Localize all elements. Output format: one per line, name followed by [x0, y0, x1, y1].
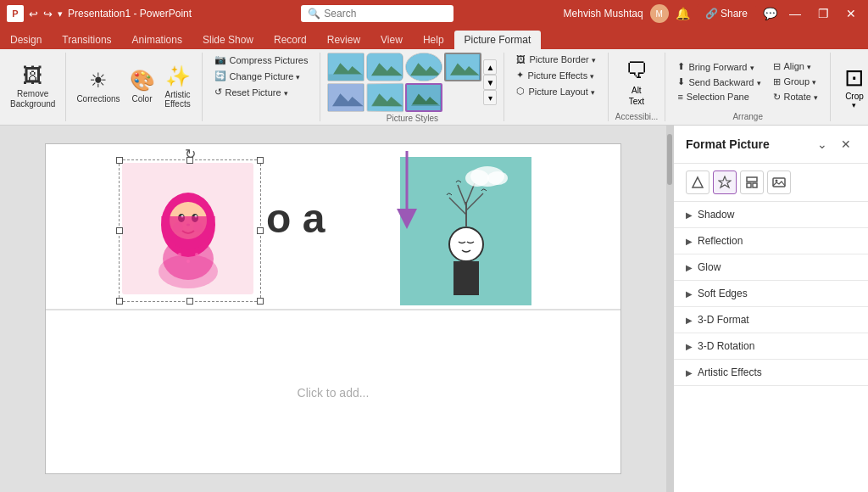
- minimize-button[interactable]: —: [784, 7, 806, 20]
- send-backward-button[interactable]: ⬇ Send Backward ▾: [672, 75, 765, 89]
- style-thumb-3[interactable]: [405, 53, 442, 81]
- picture-effects-button[interactable]: ✦ Picture Effects ▾: [511, 68, 599, 82]
- undo-icon[interactable]: ↩: [29, 8, 38, 20]
- handle-bottom-left[interactable]: [116, 298, 123, 305]
- ribbon-group-crop: ⊡ Crop ▾: [831, 53, 868, 121]
- picture-effects-label: Picture Effects ▾: [527, 70, 594, 81]
- ribbon-group-styles-content: ▲ ▼ ▾: [327, 53, 497, 112]
- send-backward-label: Send Backward ▾: [688, 77, 760, 87]
- accordion-3d-rotation: ▶ 3-D Rotation: [674, 333, 868, 360]
- accordion-glow-header[interactable]: ▶ Glow: [674, 254, 868, 280]
- change-picture-button[interactable]: 🔄 Change Picture ▾: [209, 69, 306, 83]
- ribbon-group-remove-content: 🖼 RemoveBackground: [7, 53, 58, 120]
- svg-marker-44: [693, 177, 703, 187]
- search-box[interactable]: 🔍: [301, 5, 453, 22]
- ribbon-group-accessibility-label: Accessibi...: [615, 110, 659, 121]
- selected-image-container[interactable]: ↻: [122, 163, 258, 299]
- color-button[interactable]: 🎨 Color: [125, 67, 159, 105]
- share-icon[interactable]: 🔔: [676, 7, 690, 20]
- style-thumb-6[interactable]: [367, 83, 404, 113]
- crop-button[interactable]: ⊡ Crop ▾: [837, 64, 868, 109]
- style-thumb-7[interactable]: [405, 83, 442, 112]
- panel-tab-layout[interactable]: [740, 171, 764, 194]
- handle-bottom-right[interactable]: [257, 298, 264, 305]
- handle-middle-left[interactable]: [116, 227, 123, 234]
- handle-top-left[interactable]: [116, 157, 123, 164]
- tab-picture-format[interactable]: Picture Format: [454, 31, 542, 49]
- selection-handles: [119, 159, 261, 302]
- align-icon: ⊟: [773, 61, 781, 72]
- accordion-artistic-effects: ▶ Artistic Effects: [674, 360, 868, 386]
- panel-tab-fill-line[interactable]: [686, 171, 709, 194]
- ribbon-group-border: 🖼 Picture Border ▾ ✦ Picture Effects ▾ ⬡…: [504, 53, 608, 121]
- crop-icon: ⊡: [844, 64, 864, 92]
- reset-picture-button[interactable]: ↺ Reset Picture ▾: [209, 85, 293, 99]
- ribbon-group-compress-content: 📷 Compress Pictures 🔄 Change Picture ▾ ↺…: [209, 53, 314, 120]
- glow-label: Glow: [698, 261, 721, 273]
- alt-text-button[interactable]: 🗨 Alt Text: [615, 54, 658, 109]
- picture-border-button[interactable]: 🖼 Picture Border ▾: [511, 53, 600, 66]
- title-bar: P ↩ ↪ ▾ Presentation1 - PowerPoint 🔍 Meh…: [0, 0, 868, 27]
- remove-background-button[interactable]: 🖼 RemoveBackground: [7, 62, 58, 111]
- tab-design[interactable]: Design: [0, 31, 52, 49]
- redo-icon[interactable]: ↪: [43, 8, 53, 20]
- style-thumb-1[interactable]: [327, 53, 364, 81]
- panel-tab-effects[interactable]: [713, 171, 737, 194]
- align-button[interactable]: ⊟ Align ▾: [768, 59, 823, 74]
- tab-record[interactable]: Record: [264, 31, 317, 49]
- styles-scroll-down[interactable]: ▼: [483, 75, 497, 90]
- styles-scroll-up[interactable]: ▲: [483, 59, 497, 75]
- accordion-soft-edges-header[interactable]: ▶ Soft Edges: [674, 281, 868, 306]
- style-thumb-5[interactable]: [327, 83, 364, 112]
- restore-button[interactable]: ❐: [813, 7, 834, 20]
- tab-help[interactable]: Help: [413, 31, 454, 49]
- vertical-scrollbar[interactable]: [666, 126, 673, 492]
- picture-layout-button[interactable]: ⬡ Picture Layout ▾: [511, 84, 599, 98]
- styles-more-btn[interactable]: ▾: [483, 90, 497, 105]
- slide-placeholder-text: Click to add...: [298, 386, 370, 400]
- rotate-button[interactable]: ↻ Rotate ▾: [768, 90, 823, 104]
- selection-pane-button[interactable]: ≡ Selection Pane: [672, 90, 765, 103]
- handle-top-right[interactable]: [257, 157, 264, 164]
- tab-slideshow[interactable]: Slide Show: [192, 31, 264, 49]
- search-input[interactable]: [324, 8, 451, 20]
- style-thumb-2[interactable]: [366, 53, 403, 81]
- alt-text-label2: Text: [629, 97, 644, 106]
- corrections-button[interactable]: ☀ Corrections: [73, 67, 123, 105]
- accordion-reflection-header[interactable]: ▶ Reflection: [674, 228, 868, 254]
- panel-tab-picture[interactable]: [767, 171, 791, 194]
- styles-row-2: [327, 83, 481, 112]
- panel-collapse-button[interactable]: ⌄: [812, 134, 832, 154]
- artistic-effects-button[interactable]: ✨ ArtisticEffects: [161, 63, 195, 110]
- tab-transitions[interactable]: Transitions: [52, 31, 121, 49]
- title-bar-right: Mehvish Mushtaq M 🔔 🔗 Share 💬 — ❐ ✕: [564, 4, 861, 23]
- compress-pictures-button[interactable]: 📷 Compress Pictures: [209, 53, 314, 67]
- handle-middle-right[interactable]: [257, 227, 264, 234]
- more-qat-icon[interactable]: ▾: [58, 8, 63, 20]
- format-panel-icons: ⌄ ✕: [812, 134, 856, 154]
- panel-close-button[interactable]: ✕: [836, 134, 856, 154]
- close-button[interactable]: ✕: [841, 7, 861, 20]
- remove-background-icon: 🖼: [23, 64, 43, 87]
- accordion-3d-format-header[interactable]: ▶ 3-D Format: [674, 307, 868, 333]
- style-thumb-4[interactable]: [444, 53, 481, 81]
- scroll-thumb[interactable]: [667, 134, 672, 185]
- share-button[interactable]: 🔗 Share: [697, 4, 756, 23]
- accordion-shadow-header[interactable]: ▶ Shadow: [674, 202, 868, 227]
- group-button[interactable]: ⊞ Group ▾: [768, 75, 823, 89]
- ribbon-group-crop-label: [837, 120, 868, 121]
- tab-review[interactable]: Review: [317, 31, 370, 49]
- accordion-artistic-effects-header[interactable]: ▶ Artistic Effects: [674, 360, 868, 385]
- ribbon-group-arrange-label: Arrange: [672, 110, 823, 121]
- accordion-3d-rotation-header[interactable]: ▶ 3-D Rotation: [674, 333, 868, 359]
- bring-forward-button[interactable]: ⬆ Bring Forward ▾: [672, 59, 765, 74]
- feedback-icon[interactable]: 💬: [763, 7, 777, 20]
- tab-view[interactable]: View: [370, 31, 413, 49]
- handle-top-middle[interactable]: [186, 157, 193, 164]
- handle-bottom-middle[interactable]: [186, 298, 193, 305]
- svg-point-50: [776, 180, 778, 182]
- accordion-shadow: ▶ Shadow: [674, 202, 868, 228]
- tab-animations[interactable]: Animations: [122, 31, 192, 49]
- rotate-icon: ↻: [773, 92, 781, 103]
- picture-layout-label: Picture Layout ▾: [528, 87, 594, 97]
